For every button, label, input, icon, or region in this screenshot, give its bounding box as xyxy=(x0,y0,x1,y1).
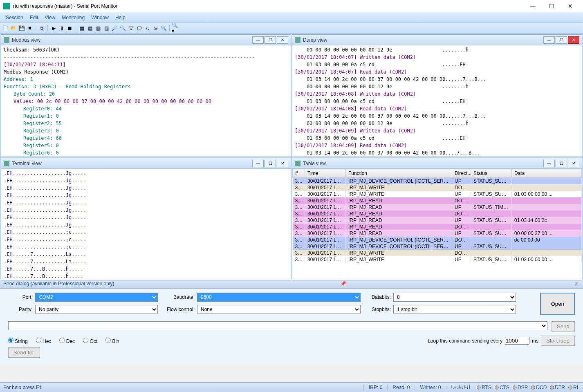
status-signals: RTS CTS DSR DCD DTR RI xyxy=(475,385,580,390)
panel-close-button[interactable]: ✕ xyxy=(277,160,288,167)
flow-select[interactable]: None xyxy=(197,305,361,314)
dump-line: 00 00 00 00 00 00 00 00 12 9e........ĥ xyxy=(295,120,579,127)
table-header[interactable]: Direct... xyxy=(452,169,471,178)
table-row[interactable]: 31830/01/2017 18:04:09IRP_MJ_READDOWN xyxy=(293,224,582,230)
format-radio-hex[interactable]: Hex xyxy=(36,338,52,344)
modbus-line: ----------------------------------------… xyxy=(4,54,288,61)
table-body[interactable]: #TimeFunctionDirect...StatusData 31130/0… xyxy=(292,169,582,280)
format-radio-oct[interactable]: Oct xyxy=(83,338,97,344)
panel-table: Table view — ☐ ✕ #TimeFunctionDirect...S… xyxy=(292,158,582,280)
minimize-button[interactable]: — xyxy=(523,0,542,12)
save-icon[interactable]: 💾 xyxy=(18,25,25,32)
modbus-body[interactable]: Checksum: 50637(OK)---------------------… xyxy=(1,45,291,157)
table-row[interactable]: 31430/01/2017 18:04:09IRP_MJ_READDOWN xyxy=(293,197,582,204)
pin-icon[interactable]: 📌 xyxy=(339,281,348,287)
dump-line: [30/01/2017 18:04:09] Read data (COM2) xyxy=(295,142,579,149)
table-header[interactable]: # xyxy=(293,169,305,178)
table-row[interactable]: 31230/01/2017 18:04:09IRP_MJ_WRITEDOWN xyxy=(293,184,582,191)
panel-modbus-title: Modbus view xyxy=(12,37,251,43)
table-header[interactable]: Data xyxy=(512,169,582,178)
signal-dsr: DSR xyxy=(511,385,529,390)
panel-maximize-button[interactable]: ☐ xyxy=(265,36,276,44)
grid2-icon[interactable]: ▤ xyxy=(86,25,94,32)
send-file-button[interactable]: Send file xyxy=(8,347,40,358)
panel-close-button[interactable]: ✕ xyxy=(277,36,288,44)
panel-maximize-button[interactable]: ☐ xyxy=(556,36,567,44)
menu-monitoring[interactable]: Monitoring xyxy=(58,14,88,21)
menu-view[interactable]: View xyxy=(41,14,58,21)
table-row[interactable]: 31130/01/2017 18:04:09IRP_MJ_DEVICE_CONT… xyxy=(293,178,582,185)
parity-select[interactable]: No parity xyxy=(35,305,158,314)
panel-minimize-button[interactable]: — xyxy=(252,160,264,167)
menu-session[interactable]: Session xyxy=(2,14,27,21)
port-select[interactable]: COM2 xyxy=(35,293,158,302)
delete-icon[interactable]: ✖ xyxy=(26,25,34,32)
table-header[interactable]: Time xyxy=(305,169,346,178)
panel-close-button[interactable]: ✕ xyxy=(568,160,579,167)
panel-maximize-button[interactable]: ☐ xyxy=(556,160,567,167)
menubar: SessionEditViewMonitoringWindowHelp xyxy=(0,12,583,23)
copy-icon[interactable]: ⧉ xyxy=(38,25,45,32)
panel-minimize-button[interactable]: — xyxy=(543,160,555,167)
start-loop-button[interactable]: Start loop xyxy=(541,336,575,346)
grid4-icon[interactable]: ▧ xyxy=(103,25,110,32)
terminal-icon xyxy=(4,161,9,166)
dump-line: [30/01/2017 18:04:07] Read data (COM2) xyxy=(295,68,579,76)
open-icon[interactable]: 📂 xyxy=(10,25,17,32)
table-row[interactable]: 32230/01/2017 18:04:10IRP_MJ_WRITEDOWN xyxy=(293,250,582,256)
format-radio-dec[interactable]: Dec xyxy=(59,338,75,344)
modbus-line: Register5: 0 xyxy=(23,142,288,149)
format-radio-bin[interactable]: Bin xyxy=(105,338,119,344)
binoc-icon[interactable]: 🔎 xyxy=(111,25,118,32)
exp-icon[interactable]: ⇲ xyxy=(152,25,159,32)
table-header[interactable]: Function xyxy=(346,169,452,178)
statusbar: For help press F1 IRP: 0 Read: 0 Written… xyxy=(0,382,583,392)
panel-close-button[interactable]: ✕ xyxy=(568,36,579,44)
baudrate-select[interactable]: 9600 xyxy=(197,293,361,302)
filter-icon[interactable]: ▽ xyxy=(127,25,135,32)
dump-line: [30/01/2017 18:04:08] Written data (COM2… xyxy=(295,90,579,98)
databits-select[interactable]: 8 xyxy=(393,293,516,302)
send-data-input[interactable] xyxy=(8,321,547,330)
table-row[interactable]: 31730/01/2017 18:04:09IRP_MJ_READUPSTATU… xyxy=(293,217,582,224)
table-row[interactable]: 31930/01/2017 18:04:09IRP_MJ_READUPSTATU… xyxy=(293,230,582,237)
send-button[interactable]: Send xyxy=(552,321,575,332)
panel-minimize-button[interactable]: — xyxy=(252,36,264,44)
open-button[interactable]: Open xyxy=(540,293,575,315)
zoom-icon[interactable]: 🔍 xyxy=(119,25,126,32)
table-header[interactable]: Status xyxy=(471,169,512,178)
send-dialog-close-icon[interactable]: ✕ xyxy=(572,281,580,287)
table-row[interactable]: 32130/01/2017 18:04:10IRP_MJ_DEVICE_CONT… xyxy=(293,243,582,250)
zoom2-icon[interactable]: 🔍▾ xyxy=(172,25,179,32)
stop-icon[interactable]: ⏹ xyxy=(66,25,74,32)
close-button[interactable]: ✕ xyxy=(561,0,580,12)
stopbits-select[interactable]: 1 stop bit xyxy=(393,305,516,314)
terminal-line: .EH......7...B.......ĥ..... xyxy=(4,273,288,280)
panel-dump-title: Dump view xyxy=(303,37,543,43)
dump-body[interactable]: 00 00 00 00 00 00 00 00 12 9e........ĥ[3… xyxy=(292,45,582,157)
loop-interval-input[interactable] xyxy=(505,337,529,345)
find-icon[interactable]: 🔍 xyxy=(160,25,167,32)
status-read: Read: 0 xyxy=(387,385,415,390)
new-icon[interactable]: 📄 xyxy=(2,25,9,32)
grid3-icon[interactable]: ▥ xyxy=(94,25,102,32)
panel-maximize-button[interactable]: ☐ xyxy=(265,160,276,167)
menu-help[interactable]: Help xyxy=(112,14,129,21)
pause-icon[interactable]: ⏸ xyxy=(58,25,65,32)
menu-edit[interactable]: Edit xyxy=(27,14,42,21)
table-row[interactable]: 32330/01/2017 18:04:10IRP_MJ_WRITEUPSTAT… xyxy=(293,256,582,263)
menu-window[interactable]: Window xyxy=(88,14,112,21)
terminal-body[interactable]: .EH..................Jg......EH.........… xyxy=(1,169,291,280)
format-radio-string[interactable]: String xyxy=(8,338,28,344)
parity-label: Parity: xyxy=(8,307,33,312)
doc-x-icon[interactable]: ⎌ xyxy=(144,25,151,32)
maximize-button[interactable]: ☐ xyxy=(542,0,561,12)
table-row[interactable]: 31630/01/2017 18:04:09IRP_MJ_READDOWN xyxy=(293,211,582,217)
panel-minimize-button[interactable]: — xyxy=(543,36,555,44)
table-row[interactable]: 31530/01/2017 18:04:09IRP_MJ_READUPSTATU… xyxy=(293,204,582,211)
play-icon[interactable]: ▶ xyxy=(50,25,57,32)
tag-icon[interactable]: 🏷 xyxy=(135,25,143,32)
grid1-icon[interactable]: ▦ xyxy=(78,25,85,32)
table-row[interactable]: 31330/01/2017 18:04:09IRP_MJ_WRITEUPSTAT… xyxy=(293,191,582,197)
table-row[interactable]: 32030/01/2017 18:04:10IRP_MJ_DEVICE_CONT… xyxy=(293,237,582,243)
